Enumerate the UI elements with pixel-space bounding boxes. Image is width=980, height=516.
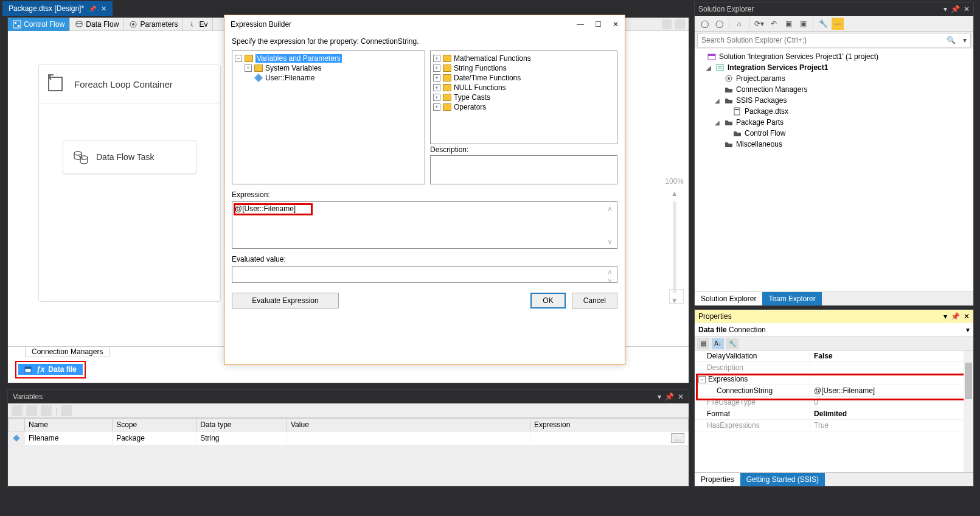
expand-icon[interactable]: + (433, 84, 440, 91)
close-icon[interactable]: ✕ (964, 5, 970, 13)
connection-managers-tab[interactable]: Connection Managers (25, 347, 109, 357)
close-icon[interactable]: ✕ (101, 5, 106, 13)
variable-row[interactable]: Filename Package String … (9, 431, 689, 445)
col-expression[interactable]: Expression (530, 419, 689, 431)
tab-data-flow[interactable]: Data Flow (70, 18, 124, 31)
expand-icon[interactable]: + (245, 64, 252, 72)
foreach-loop-container[interactable]: Foreach Loop Container Data Flow Task (38, 64, 221, 302)
solution-explorer-titlebar[interactable]: Solution Explorer ▾ 📌 ✕ (695, 2, 973, 16)
prop-file-usage-type[interactable]: FileUsageType 0 (695, 397, 973, 408)
null-functions-node[interactable]: +NULL Functions (433, 83, 614, 92)
foreach-body[interactable]: Data Flow Task (39, 103, 220, 285)
var-expression[interactable]: … (530, 431, 689, 445)
properties-titlebar[interactable]: Properties ▾ 📌 ✕ (695, 310, 973, 323)
var-datatype[interactable]: String (196, 431, 287, 445)
close-icon[interactable]: ✕ (613, 20, 619, 29)
minimize-icon[interactable]: — (577, 20, 584, 29)
document-tab-package[interactable]: Package.dtsx [Design]* 📌 ✕ (2, 1, 113, 16)
delete-variable-button[interactable] (26, 405, 37, 416)
sync-button[interactable]: ⟳▾ (753, 18, 765, 30)
prop-format[interactable]: Format Delimited (695, 408, 973, 420)
pin-icon[interactable]: 📌 (951, 5, 960, 13)
properties-button[interactable]: 🔧 (817, 18, 829, 30)
data-flow-task[interactable]: Data Flow Task (63, 140, 196, 174)
tab-properties[interactable]: Properties (695, 473, 740, 486)
prop-expressions[interactable]: −Expressions (695, 374, 973, 385)
property-pages-button[interactable]: 🔧 (726, 338, 738, 349)
zoom-slider[interactable]: 100% ▲ ▼ (665, 177, 684, 305)
var-value[interactable] (287, 431, 530, 445)
math-functions-node[interactable]: +Mathematical Functions (433, 54, 614, 63)
tab-solution-explorer[interactable]: Solution Explorer (695, 292, 762, 305)
eval-spinner[interactable]: ∧∨ (607, 268, 616, 281)
prop-has-expressions[interactable]: HasExpressions True (695, 420, 973, 431)
functions-tree[interactable]: +Mathematical Functions +String Function… (430, 51, 617, 144)
project-node[interactable]: ◢ Integration Services Project1 (696, 62, 972, 73)
tab-team-explorer[interactable]: Team Explorer (762, 292, 821, 305)
expression-scrollbar[interactable]: ∧∨ (607, 204, 616, 246)
preview-button[interactable]: — (832, 18, 844, 30)
package-parts-node[interactable]: ◢ Package Parts (696, 117, 972, 128)
col-datatype[interactable]: Data type (196, 419, 287, 431)
properties-grid[interactable]: DelayValidation False Description −Expre… (695, 350, 973, 472)
evaluate-expression-button[interactable]: Evaluate Expression (232, 293, 339, 309)
pin-icon[interactable]: 📌 (951, 312, 960, 321)
package-dtsx-node[interactable]: Package.dtsx (696, 106, 972, 117)
toolbar-btn-1[interactable] (662, 19, 672, 29)
back-button[interactable]: ◯ (698, 18, 711, 30)
system-vars-node[interactable]: + System Variables (235, 63, 422, 73)
tab-event-handlers[interactable]: Ev (183, 18, 213, 31)
prop-connection-string[interactable]: ConnectionString @[User::Filename] (695, 385, 973, 397)
toolbar-btn-2[interactable] (675, 19, 685, 29)
var-name[interactable]: Filename (25, 431, 113, 445)
collapse-icon[interactable]: − (698, 376, 706, 383)
close-icon[interactable]: ✕ (964, 312, 970, 321)
expand-icon[interactable]: + (433, 64, 440, 72)
refresh-button[interactable]: ↶ (768, 18, 780, 30)
cancel-button[interactable]: Cancel (572, 293, 617, 309)
chevron-up-icon[interactable]: ▲ (671, 189, 678, 198)
expand-icon[interactable]: ◢ (713, 97, 721, 104)
tab-parameters[interactable]: Parameters (124, 18, 183, 31)
solution-search-input[interactable] (698, 33, 943, 47)
home-button[interactable]: ⌂ (733, 18, 745, 30)
pin-icon[interactable]: 📌 (665, 392, 674, 401)
control-flow-part-node[interactable]: Control Flow (696, 128, 972, 139)
search-dropdown-icon[interactable]: ▾ (959, 36, 970, 44)
expand-icon[interactable]: + (433, 103, 440, 111)
solution-tree[interactable]: Solution 'Integration Services Project1'… (695, 49, 973, 291)
variables-title-bar[interactable]: Variables ▾ 📌 ✕ (8, 390, 689, 403)
prop-description[interactable]: Description (695, 362, 973, 374)
operators-node[interactable]: +Operators (433, 102, 614, 112)
expand-icon[interactable]: ◢ (704, 64, 713, 71)
solution-search[interactable]: 🔍 ▾ (697, 33, 971, 47)
prop-delay-validation[interactable]: DelayValidation False (695, 350, 973, 362)
add-variable-button[interactable] (12, 405, 23, 416)
show-all-button[interactable]: ▣ (797, 18, 809, 30)
solution-node[interactable]: Solution 'Integration Services Project1'… (696, 51, 972, 62)
collapse-button[interactable]: ▣ (782, 18, 794, 30)
ok-button[interactable]: OK (530, 293, 565, 309)
user-filename-node[interactable]: User::Filename (235, 73, 422, 83)
dialog-titlebar[interactable]: Expression Builder — ☐ ✕ (224, 15, 625, 33)
expand-icon[interactable]: + (433, 74, 440, 82)
close-icon[interactable]: ✕ (678, 392, 684, 401)
expression-textbox[interactable]: @[User::Filename] ∧∨ (232, 201, 617, 249)
vars-params-node[interactable]: − Variables and Parameters (235, 54, 422, 63)
maximize-icon[interactable]: ☐ (595, 20, 602, 29)
grid-options-button[interactable] (61, 405, 72, 416)
project-params-node[interactable]: Project.params (696, 73, 972, 84)
type-casts-node[interactable]: +Type Casts (433, 92, 614, 102)
misc-node[interactable]: Miscellaneous (696, 139, 972, 150)
forward-button[interactable]: ◯ (713, 18, 725, 30)
search-icon[interactable]: 🔍 (943, 36, 959, 44)
string-functions-node[interactable]: +String Functions (433, 63, 614, 73)
expand-icon[interactable]: + (433, 94, 440, 101)
variables-tree[interactable]: − Variables and Parameters + System Vari… (232, 51, 425, 184)
col-value[interactable]: Value (287, 419, 530, 431)
tab-getting-started[interactable]: Getting Started (SSIS) (740, 473, 825, 486)
alphabetical-button[interactable]: A↓ (712, 338, 724, 349)
expand-icon[interactable]: ◢ (713, 119, 721, 126)
conn-managers-node[interactable]: Connection Managers (696, 84, 972, 95)
fit-to-screen-button[interactable] (669, 289, 684, 304)
